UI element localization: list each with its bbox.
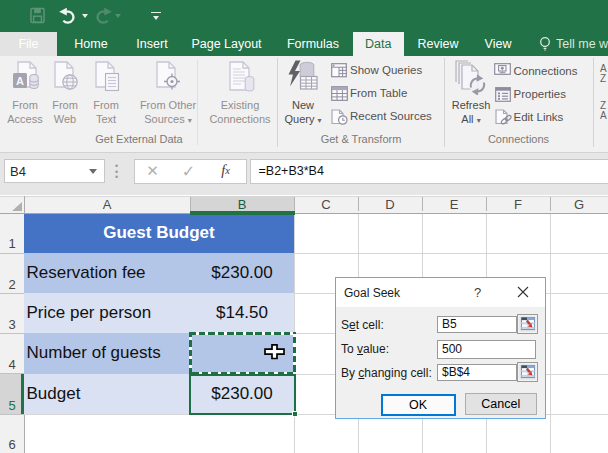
svg-text:A: A [16,75,24,87]
